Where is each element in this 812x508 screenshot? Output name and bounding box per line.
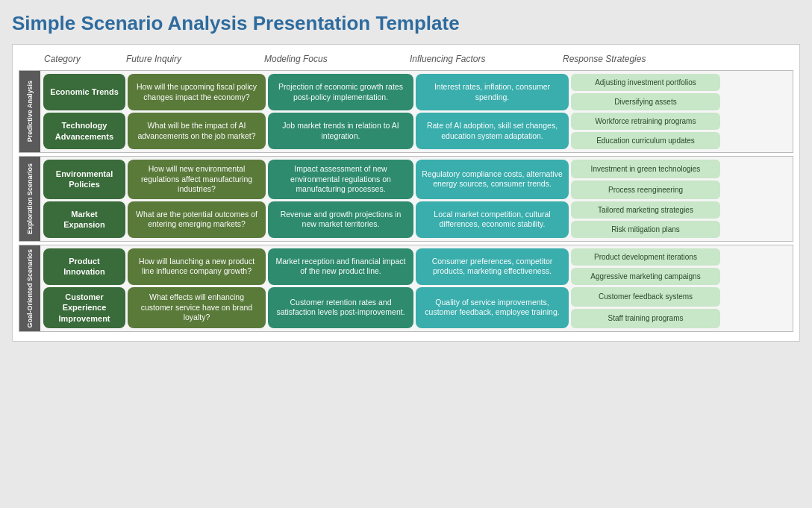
response-col-1-0: Investment in green technologiesProcess … (571, 160, 720, 199)
response-col-2-1: Customer feedback systemsStaff training … (571, 287, 720, 328)
influencing-cell-1-1: Local market competition, cultural diffe… (416, 201, 569, 238)
response-item-1-0-1: Process reengineering (571, 181, 720, 199)
main-table: Category Future Inquiry Modeling Focus I… (12, 44, 800, 342)
response-item-0-1-1: Education curriculum updates (571, 132, 720, 149)
response-item-0-0-0: Adjusting investment portfolios (571, 74, 720, 91)
col-header-influencing: Influencing Factors (405, 51, 558, 67)
col-header-label (19, 51, 40, 67)
response-col-1-1: Tailored marketing strategiesRisk mitiga… (571, 201, 720, 238)
influencing-cell-2-1: Quality of service improvements, custome… (416, 287, 569, 328)
response-item-2-0-0: Product development iterations (571, 248, 720, 266)
data-row-1-0: Environmental PoliciesHow will new envir… (43, 160, 790, 199)
data-row-1-1: Market ExpansionWhat are the potential o… (43, 201, 790, 238)
response-item-0-0-1: Diversifying assets (571, 93, 720, 110)
section-rows-1: Environmental PoliciesHow will new envir… (40, 157, 793, 241)
influencing-cell-0-0: Interest rates, inflation, consumer spen… (416, 74, 569, 110)
section-label-2: Goal-Oriented Scenarios (26, 249, 34, 328)
response-col-0-0: Adjusting investment portfoliosDiversify… (571, 74, 720, 110)
data-row-0-1: Technology AdvancementsWhat will be the … (43, 113, 790, 149)
future-cell-1-1: What are the potential outcomes of enter… (128, 201, 266, 238)
response-item-1-1-0: Tailored marketing strategies (571, 201, 720, 219)
section-label-col-1: Exploration Scenarios (19, 157, 40, 241)
section-rows-2: Product InnovationHow will launching a n… (40, 245, 793, 331)
category-cell-0-1: Technology Advancements (43, 113, 125, 149)
category-cell-1-1: Market Expansion (43, 201, 125, 238)
section-label-col-2: Goal-Oriented Scenarios (19, 245, 40, 331)
category-cell-2-0: Product Innovation (43, 248, 125, 285)
page-title: Simple Scenario Analysis Presentation Te… (12, 12, 800, 35)
section-rows-0: Economic TrendsHow will the upcoming fis… (40, 71, 793, 152)
influencing-cell-2-0: Consumer preferences, competitor product… (416, 248, 569, 285)
future-cell-1-0: How will new environmental regulations a… (128, 160, 266, 199)
future-cell-0-0: How will the upcoming fiscal policy chan… (128, 74, 266, 110)
modeling-cell-0-1: Job market trends in relation to AI inte… (268, 113, 413, 149)
section-label-1: Exploration Scenarios (26, 163, 34, 234)
response-item-1-1-1: Risk mitigation plans (571, 221, 720, 238)
column-headers: Category Future Inquiry Modeling Focus I… (19, 51, 793, 67)
category-cell-0-0: Economic Trends (43, 74, 125, 110)
future-cell-0-1: What will be the impact of AI advancemen… (128, 113, 266, 149)
category-cell-2-1: Customer Experience Improvement (43, 287, 125, 328)
response-col-0-1: Workforce retraining programsEducation c… (571, 113, 720, 149)
response-item-2-1-1: Staff training programs (571, 309, 720, 328)
modeling-cell-2-0: Market reception and financial impact of… (268, 248, 413, 285)
data-row-0-0: Economic TrendsHow will the upcoming fis… (43, 74, 790, 110)
section-label-0: Predictive Analysis (26, 81, 34, 142)
response-col-2-0: Product development iterationsAggressive… (571, 248, 720, 285)
col-header-response: Response Strategies (558, 51, 708, 67)
col-header-modeling: Modeling Focus (260, 51, 405, 67)
modeling-cell-1-0: Impact assessment of new environmental r… (268, 160, 413, 199)
response-item-1-0-0: Investment in green technologies (571, 160, 720, 178)
section-0: Predictive AnalysisEconomic TrendsHow wi… (19, 70, 793, 153)
response-item-0-1-0: Workforce retraining programs (571, 113, 720, 130)
col-header-category: Category (40, 51, 122, 67)
modeling-cell-2-1: Customer retention rates and satisfactio… (268, 287, 413, 328)
influencing-cell-1-0: Regulatory compliance costs, alternative… (416, 160, 569, 199)
data-row-2-0: Product InnovationHow will launching a n… (43, 248, 790, 285)
data-row-2-1: Customer Experience ImprovementWhat effe… (43, 287, 790, 328)
response-item-2-0-1: Aggressive marketing campaigns (571, 268, 720, 285)
section-2: Goal-Oriented ScenariosProduct Innovatio… (19, 245, 793, 332)
col-header-future: Future Inquiry (122, 51, 260, 67)
category-cell-1-0: Environmental Policies (43, 160, 125, 199)
section-label-col-0: Predictive Analysis (19, 71, 40, 152)
modeling-cell-1-1: Revenue and growth projections in new ma… (268, 201, 413, 238)
future-cell-2-0: How will launching a new product line in… (128, 248, 266, 285)
influencing-cell-0-1: Rate of AI adoption, skill set changes, … (416, 113, 569, 149)
section-1: Exploration ScenariosEnvironmental Polic… (19, 156, 793, 242)
response-item-2-1-0: Customer feedback systems (571, 287, 720, 307)
future-cell-2-1: What effects will enhancing customer ser… (128, 287, 266, 328)
modeling-cell-0-0: Projection of economic growth rates post… (268, 74, 413, 110)
